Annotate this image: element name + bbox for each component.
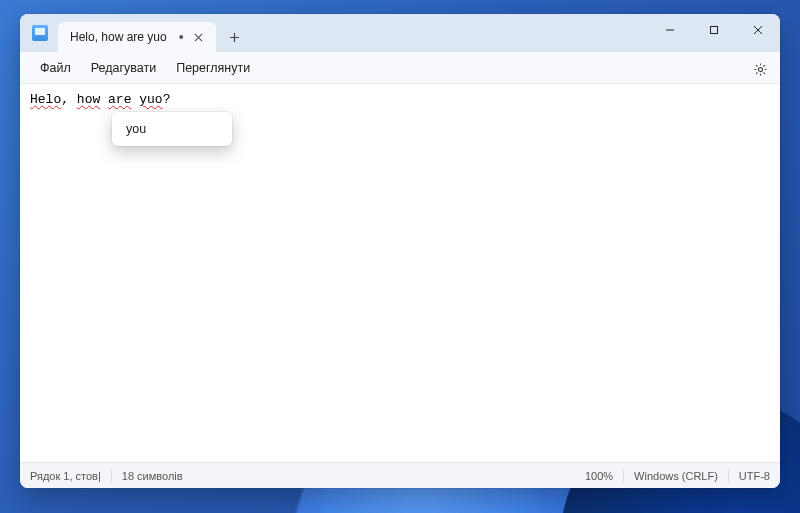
text-editor[interactable]: Helo, how are yuo? you: [20, 84, 780, 462]
minimize-button[interactable]: [648, 14, 692, 46]
menu-edit[interactable]: Редагувати: [81, 57, 166, 79]
divider: [111, 469, 112, 483]
menubar: Файл Редагувати Переглянути: [20, 52, 780, 84]
status-cursor-position[interactable]: Рядок 1, стов|: [30, 470, 101, 482]
gear-icon: [753, 62, 768, 77]
notepad-window: Helo, how are yuo • Файл Редагувати Пере…: [20, 14, 780, 488]
statusbar: Рядок 1, стов| 18 символів 100% Windows …: [20, 462, 780, 488]
close-window-button[interactable]: [736, 14, 780, 46]
window-controls: [648, 14, 780, 52]
tab-title: Helo, how are yuo: [70, 30, 167, 44]
divider: [623, 469, 624, 483]
svg-point-1: [758, 67, 762, 71]
divider: [728, 469, 729, 483]
notepad-app-icon: [32, 25, 48, 41]
misspelled-word[interactable]: how: [77, 92, 100, 107]
maximize-button[interactable]: [692, 14, 736, 46]
editor-line-1: Helo, how are yuo?: [30, 92, 770, 107]
new-tab-button[interactable]: [220, 22, 250, 52]
svg-rect-0: [711, 27, 718, 34]
misspelled-word[interactable]: yuo: [139, 92, 162, 107]
document-tab[interactable]: Helo, how are yuo •: [58, 22, 216, 52]
titlebar: Helo, how are yuo •: [20, 14, 780, 52]
menu-file[interactable]: Файл: [30, 57, 81, 79]
status-zoom[interactable]: 100%: [585, 470, 613, 482]
misspelled-word[interactable]: Helo: [30, 92, 61, 107]
status-char-count[interactable]: 18 символів: [122, 470, 183, 482]
status-line-endings[interactable]: Windows (CRLF): [634, 470, 718, 482]
misspelled-word[interactable]: are: [108, 92, 131, 107]
status-encoding[interactable]: UTF-8: [739, 470, 770, 482]
spellcheck-suggestion-popup: you: [112, 112, 232, 146]
suggestion-item[interactable]: you: [112, 118, 232, 140]
menu-view[interactable]: Переглянути: [166, 57, 260, 79]
settings-button[interactable]: [748, 57, 772, 81]
tab-close-button[interactable]: [192, 30, 206, 44]
unsaved-indicator-icon: •: [179, 30, 184, 44]
